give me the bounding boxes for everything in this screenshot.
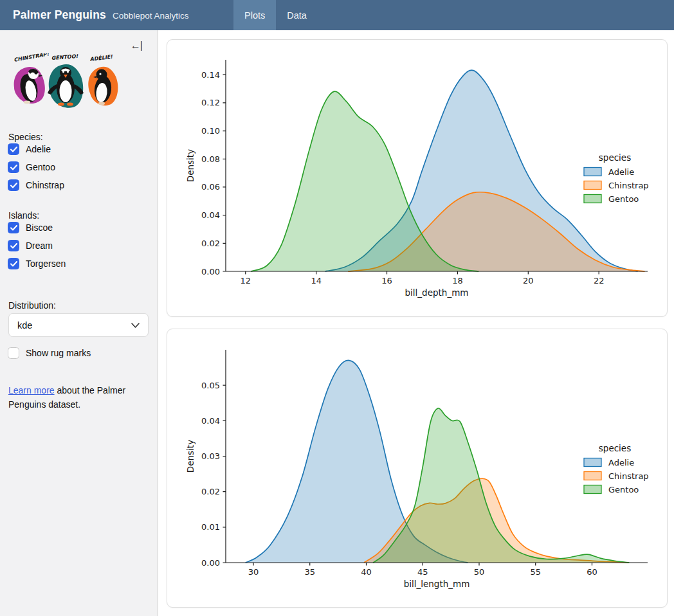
legend-patch-adelie: [584, 458, 601, 467]
learn-more-link[interactable]: Learn more: [8, 385, 55, 395]
x-tick-label: 40: [361, 567, 372, 577]
distribution-select[interactable]: kde: [8, 313, 149, 337]
checkbox-label: Dream: [26, 240, 53, 251]
distribution-label: Distribution:: [8, 300, 56, 311]
y-tick-label: 0.03: [201, 451, 220, 461]
brand: Palmer Penguins Cobblepot Analytics: [0, 8, 189, 22]
legend-patch-chinstrap: [584, 472, 601, 480]
legend-label-chinstrap: Chinstrap: [608, 471, 649, 481]
species-group-label: Species:: [8, 132, 43, 142]
checkbox-icon[interactable]: [8, 222, 19, 233]
x-tick-label: 16: [381, 276, 392, 285]
artwork-label-gentoo: GENTOO!: [51, 53, 78, 61]
checkbox-label: Show rug marks: [26, 348, 91, 358]
legend-title: species: [599, 443, 631, 453]
chevron-down-icon: [131, 323, 140, 328]
x-axis-label: bill_depth_mm: [405, 287, 469, 298]
y-tick-label: 0.00: [201, 558, 220, 568]
x-axis-label: bill_length_mm: [404, 579, 470, 589]
y-tick-label: 0.04: [201, 416, 220, 426]
tab-plots[interactable]: Plots: [233, 0, 276, 30]
checkbox-label: Biscoe: [26, 222, 53, 233]
checkbox-icon[interactable]: [8, 161, 19, 173]
x-tick-label: 22: [594, 276, 605, 285]
legend-title: species: [599, 152, 631, 163]
checkbox-label: Chinstrap: [26, 180, 64, 190]
x-tick-label: 18: [452, 276, 463, 285]
app-header: Palmer Penguins Cobblepot Analytics Plot…: [0, 0, 674, 30]
x-tick-label: 35: [304, 567, 315, 577]
y-tick-label: 0.02: [201, 487, 220, 496]
legend-label-chinstrap: Chinstrap: [608, 181, 649, 190]
x-tick-label: 55: [530, 567, 541, 577]
legend-label-gentoo: Gentoo: [608, 194, 639, 204]
islands-group-label: Islands:: [8, 210, 39, 221]
x-tick-label: 14: [311, 276, 322, 285]
tab-data[interactable]: Data: [276, 0, 318, 30]
nav-tabs: Plots Data: [233, 0, 318, 30]
sidebar-collapse-icon[interactable]: ←|: [131, 40, 142, 51]
rug-marks-checkbox[interactable]: Show rug marks: [8, 347, 91, 359]
legend-patch-chinstrap: [584, 181, 601, 190]
x-tick-label: 50: [474, 567, 485, 577]
legend-patch-adelie: [584, 168, 601, 176]
x-tick-label: 45: [417, 567, 428, 577]
checkbox-icon[interactable]: [8, 258, 19, 269]
app-subtitle: Cobblepot Analytics: [113, 11, 189, 21]
penguin-artwork: CHINSTRAP! GENTOO! ADÉLIE!: [8, 53, 122, 113]
y-tick-label: 0.10: [201, 126, 220, 136]
y-tick-label: 0.14: [201, 70, 220, 80]
checkbox-icon[interactable]: [8, 143, 19, 155]
x-tick-label: 20: [523, 276, 534, 285]
island-checkbox-biscoe[interactable]: Biscoe: [8, 222, 53, 233]
legend-label-adelie: Adelie: [608, 458, 634, 467]
y-tick-label: 0.00: [201, 267, 220, 276]
legend-patch-gentoo: [584, 485, 601, 494]
checkbox-icon[interactable]: [8, 347, 19, 359]
bill-length-kde-chart: 303540455055600.000.010.020.030.040.05bi…: [167, 329, 667, 607]
y-tick-label: 0.01: [201, 522, 220, 532]
checkbox-label: Adelie: [26, 144, 51, 154]
bill-depth-card: 1214161820220.000.020.040.060.080.100.12…: [167, 39, 668, 317]
y-tick-label: 0.08: [201, 154, 220, 164]
y-tick-label: 0.12: [201, 98, 220, 107]
y-axis-label: Density: [185, 440, 196, 473]
checkbox-icon[interactable]: [8, 179, 19, 191]
species-checkbox-chinstrap[interactable]: Chinstrap: [8, 179, 64, 191]
artwork-label-chinstrap: CHINSTRAP!: [14, 53, 50, 63]
bill-depth-kde-chart: 1214161820220.000.020.040.060.080.100.12…: [167, 40, 667, 316]
x-tick-label: 60: [587, 567, 597, 577]
distribution-selected-value: kde: [17, 320, 32, 331]
y-tick-label: 0.06: [201, 182, 220, 192]
y-tick-label: 0.02: [201, 239, 220, 248]
species-checkbox-adelie[interactable]: Adelie: [8, 143, 51, 155]
legend-label-gentoo: Gentoo: [608, 485, 639, 494]
y-tick-label: 0.05: [201, 381, 220, 390]
main-content: 1214161820220.000.020.040.060.080.100.12…: [158, 30, 674, 616]
legend-patch-gentoo: [584, 195, 601, 203]
x-tick-label: 30: [248, 567, 259, 577]
y-axis-label: Density: [185, 149, 196, 182]
checkbox-icon[interactable]: [8, 240, 19, 251]
species-checkbox-gentoo[interactable]: Gentoo: [8, 161, 55, 173]
app-title: Palmer Penguins: [13, 8, 106, 22]
checkbox-label: Torgersen: [26, 258, 66, 269]
artwork-label-adelie: ADÉLIE!: [89, 53, 113, 62]
dataset-note: Learn more about the Palmer Penguins dat…: [8, 383, 151, 412]
island-checkbox-torgersen[interactable]: Torgersen: [8, 258, 66, 269]
island-checkbox-dream[interactable]: Dream: [8, 240, 53, 251]
sidebar: ←|: [0, 30, 158, 616]
legend-label-adelie: Adelie: [608, 167, 634, 177]
bill-length-card: 303540455055600.000.010.020.030.040.05bi…: [167, 329, 668, 608]
checkbox-label: Gentoo: [26, 162, 55, 172]
x-tick-label: 12: [240, 276, 251, 285]
y-tick-label: 0.04: [201, 210, 220, 220]
